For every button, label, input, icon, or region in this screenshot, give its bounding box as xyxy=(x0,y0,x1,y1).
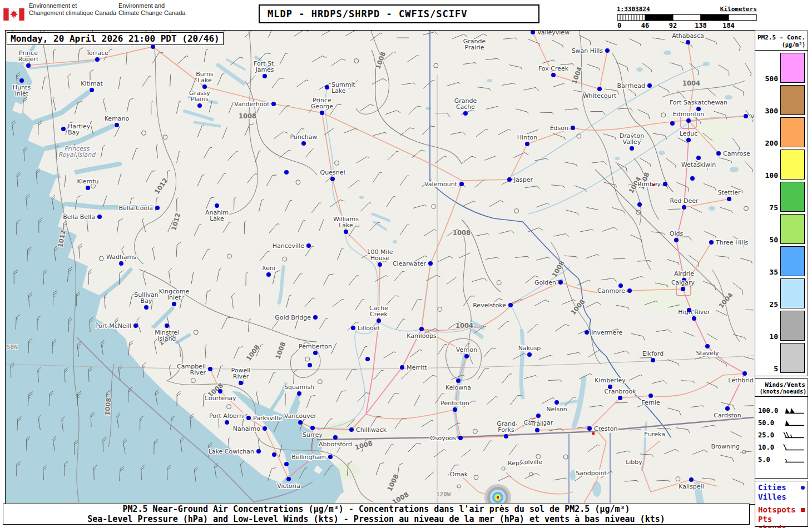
city-label: Bellingham xyxy=(291,454,326,461)
city-marker xyxy=(744,114,748,118)
city-marker xyxy=(651,358,655,362)
legend-value: 35 xyxy=(769,268,778,276)
city-marker xyxy=(464,354,469,358)
city-label: Port Alberni xyxy=(209,412,245,420)
legend-value: 10 xyxy=(769,332,778,341)
city-label: Abbotsford xyxy=(319,441,352,448)
city-marker xyxy=(689,477,694,482)
weather-map: 1008100810081008100810081008100810081008… xyxy=(6,31,754,503)
city-label: Camrose xyxy=(723,150,750,157)
city-label: Whitecourt xyxy=(583,92,617,99)
city-marker xyxy=(525,142,529,146)
city-label: Sandpoint xyxy=(576,470,607,477)
city-label: Vancouver xyxy=(284,412,316,420)
hotspots-label-en: Hotspots xyxy=(758,505,795,515)
city-marker xyxy=(86,186,90,190)
city-label: Gold Bridge xyxy=(275,314,311,321)
wind-speed-value: 5.0 xyxy=(758,456,770,464)
city-label: Quesnel xyxy=(320,169,345,176)
city-marker xyxy=(674,238,679,242)
legend-value: 75 xyxy=(769,203,778,212)
city-marker xyxy=(456,378,461,383)
city-label: Nakusp xyxy=(518,345,541,352)
city-label: Swan Hills xyxy=(572,47,603,54)
wind-barb-icon xyxy=(781,443,806,452)
city-label: Edson xyxy=(550,124,568,132)
city-marker xyxy=(463,111,468,116)
city-label: GrandePrairie xyxy=(463,38,486,51)
city-label: Eureka xyxy=(644,431,665,438)
city-label: GrandForks xyxy=(497,420,516,434)
city-marker xyxy=(692,316,696,321)
city-label: Creston xyxy=(594,425,618,432)
city-marker xyxy=(536,414,541,418)
wind-legend-entry: 10.0 xyxy=(755,441,808,454)
city-marker xyxy=(663,182,667,186)
city-label: GrandeCache xyxy=(454,97,477,111)
city-label: Canmore xyxy=(597,287,625,295)
pm25-legend-title: PM2.5 - Conc. xyxy=(755,34,808,41)
city-marker xyxy=(585,330,589,335)
city-label: Valleyview xyxy=(537,31,570,36)
city-marker xyxy=(306,243,311,248)
city-marker xyxy=(742,371,747,376)
city-label: Barrhead xyxy=(617,82,645,89)
city-marker xyxy=(377,318,381,323)
city-label: Red Deer xyxy=(670,197,699,205)
city-marker xyxy=(351,326,355,330)
city-marker xyxy=(458,436,463,440)
city-label: Athabasca xyxy=(672,32,704,39)
city-marker xyxy=(558,280,563,285)
city-marker xyxy=(246,416,251,420)
legend-entry: 100 xyxy=(755,150,808,180)
wind-barb-icon xyxy=(781,406,806,415)
city-marker xyxy=(133,323,138,328)
scale-ratio: 1:3303824 xyxy=(617,6,650,13)
city-label: Wetaskiwin xyxy=(681,161,716,168)
svg-text:0: 0 xyxy=(617,22,621,29)
legend-swatch xyxy=(780,150,805,180)
city-label: Browning xyxy=(711,443,740,450)
legend-entry: 75 xyxy=(755,182,808,212)
city-label: Jasper xyxy=(513,176,533,183)
city-label: Colville xyxy=(520,459,542,466)
city-label: Nanaimo xyxy=(233,425,260,432)
wind-legend-entry: 100.0 xyxy=(755,405,808,417)
city-label: Bella Coola xyxy=(118,205,153,212)
pm25-legend-subtitle: (µg/m³) xyxy=(755,42,805,48)
contour-label: 1008 xyxy=(453,229,471,237)
city-marker xyxy=(554,400,559,405)
city-label: Fox Creek xyxy=(538,65,569,72)
contour-label: 1008 xyxy=(103,397,113,416)
city-label: Pemberton xyxy=(299,343,332,350)
city-label: Fort St.James xyxy=(254,60,276,73)
city-marker xyxy=(218,389,222,393)
city-marker xyxy=(313,315,318,320)
city-marker xyxy=(333,435,338,440)
city-label: DraytonValley xyxy=(620,132,644,146)
city-marker xyxy=(378,262,382,267)
city-label: Vernon xyxy=(456,346,477,353)
city-marker xyxy=(271,102,276,106)
city-label: High River xyxy=(678,308,710,316)
legend-value: 50 xyxy=(769,236,778,244)
city-marker xyxy=(26,63,31,68)
city-label: Surrey xyxy=(303,431,323,439)
city-marker xyxy=(344,230,348,234)
city-label: Vanderhoof xyxy=(234,101,270,108)
scale-unit-label: Kilometers xyxy=(720,6,757,13)
legend-value: 300 xyxy=(765,107,778,115)
legend-entry: 5 xyxy=(755,343,808,373)
city-marker xyxy=(197,103,202,108)
city-label: Cardston xyxy=(714,412,741,419)
wind-speed-value: 100.0 xyxy=(758,407,778,415)
svg-text:138: 138 xyxy=(695,22,707,29)
legend-entry: 35 xyxy=(755,246,808,276)
city-label: Stettler xyxy=(717,189,741,196)
city-marker xyxy=(308,363,312,367)
city-label: Kelowna xyxy=(445,384,471,391)
winds-legend-title: Winds/Vents xyxy=(755,381,805,388)
city-marker xyxy=(597,87,602,91)
city-marker xyxy=(508,303,513,307)
city-marker xyxy=(165,323,169,328)
